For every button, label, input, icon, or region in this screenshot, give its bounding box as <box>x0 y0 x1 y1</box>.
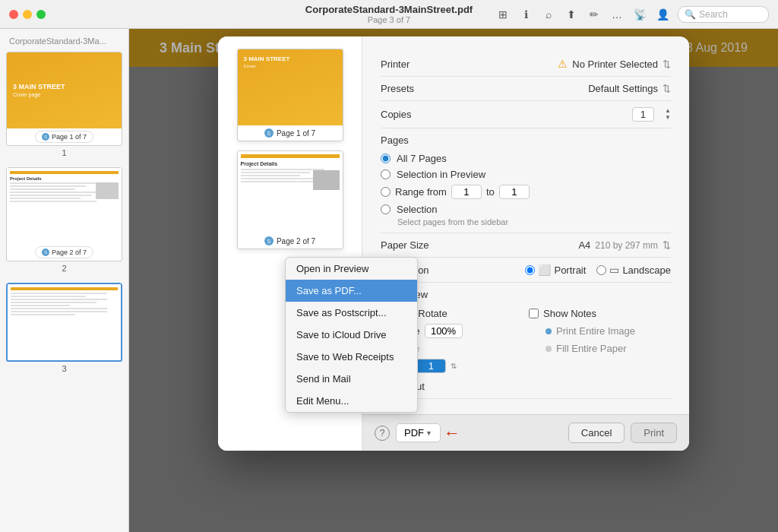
paper-size-dims: 210 by 297 mm <box>595 240 658 251</box>
pages-range-from-input[interactable] <box>451 185 482 199</box>
show-notes-label: Show Notes <box>543 308 596 319</box>
copies-sub-arrows: ⇅ <box>451 362 457 370</box>
titlebar-icons: ⊞ ℹ ⌕ ⬆ ✏ … 📡 👤 🔍 Search <box>495 6 769 23</box>
printer-value-text: No Printer Selected <box>572 59 658 70</box>
more-icon[interactable]: … <box>609 7 625 22</box>
printer-arrows-icon: ⇅ <box>663 59 671 70</box>
dialog-preview-page2: Project Details <box>237 150 343 249</box>
search-placeholder: Search <box>699 9 728 20</box>
pages-range-label: Range from <box>395 186 447 198</box>
pdf-button[interactable]: PDF ▼ <box>396 423 441 442</box>
dialog-overlay: 3 MAIN STREETCover S Page 1 of 7 <box>129 29 778 532</box>
sidebar-toggle-icon[interactable]: ⊞ <box>495 7 511 22</box>
show-notes-row: Show Notes <box>529 308 671 319</box>
pages-range-radio[interactable] <box>381 187 391 197</box>
print-button[interactable]: Print <box>631 423 677 443</box>
pages-label: Pages <box>381 135 671 146</box>
paper-size-control[interactable]: A4 210 by 297 mm ⇅ <box>578 239 671 251</box>
menu-item-save-icloud[interactable]: Save to iCloud Drive <box>286 324 417 346</box>
pages-selection-preview-radio[interactable] <box>381 169 391 179</box>
pages-range-to-label: to <box>486 186 495 198</box>
menu-item-save-postscript[interactable]: Save as Postscript... <box>286 302 417 324</box>
presets-value[interactable]: Default Settings ⇅ <box>588 83 671 94</box>
copies-value: 1 <box>632 107 654 122</box>
pages-range-to-input[interactable] <box>499 185 530 199</box>
airdrop-icon[interactable]: 📡 <box>632 7 647 22</box>
preview-grid: Auto Rotate Scale <box>381 308 671 392</box>
sidebar: CorporateStandard-3Ma... 3 MAIN STREETCo… <box>0 29 129 532</box>
show-notes-checkbox[interactable] <box>529 309 539 318</box>
orientation-landscape-radio[interactable] <box>596 265 606 275</box>
thumb-1-badge: Page 1 of 7 <box>52 133 87 141</box>
fill-entire-paper-row: Fill Entire Paper <box>546 343 671 354</box>
titlebar-center: CorporateStandard-3MainStreet.pdf Page 3… <box>305 4 473 24</box>
menu-item-edit-menu[interactable]: Edit Menu... <box>286 390 417 412</box>
orientation-controls: ⬜ Portrait ▭ Landscape <box>525 264 671 276</box>
pages-selection-preview-row: Selection in Preview <box>381 166 671 182</box>
titlebar: CorporateStandard-3MainStreet.pdf Page 3… <box>0 0 778 29</box>
dialog-footer: ? PDF ▼ ← Cancel Print <box>362 414 689 451</box>
print-entire-image-row: Print Entire Image <box>546 325 671 337</box>
preview-section: ▼ Preview Auto Rotate <box>381 283 671 399</box>
orientation-portrait-opt[interactable]: ⬜ Portrait <box>525 264 586 276</box>
pdf-label: PDF <box>404 427 424 439</box>
preview-right: Show Notes Print Entire Image <box>529 308 671 392</box>
preview-page1-badge: Page 1 of 7 <box>277 129 315 138</box>
orientation-landscape-opt[interactable]: ▭ Landscape <box>596 264 671 276</box>
menu-item-open-preview[interactable]: Open in Preview <box>286 258 417 280</box>
preview-page2-badge: Page 2 of 7 <box>277 237 315 245</box>
menu-item-send-mail[interactable]: Send in Mail <box>286 368 417 390</box>
thumb-3-number: 3 <box>6 362 122 375</box>
copies-down-arrow[interactable]: ▼ <box>665 115 671 122</box>
pages-all-label: All 7 Pages <box>397 153 447 164</box>
pages-selection-preview-label: Selection in Preview <box>397 169 485 180</box>
presets-label: Presets <box>381 83 441 94</box>
print-dialog: 3 MAIN STREETCover S Page 1 of 7 <box>218 36 689 451</box>
sidebar-thumb-2[interactable]: Project Details S Page 2 of 7 <box>6 167 122 275</box>
pages-selection-row: Selection <box>381 201 671 217</box>
person-icon[interactable]: 👤 <box>655 7 670 22</box>
print-entire-image-label: Print Entire Image <box>556 325 635 337</box>
pages-all-radio-row: All 7 Pages <box>381 150 671 166</box>
presets-arrows-icon: ⇅ <box>663 83 671 94</box>
copies-row: Copies 1 ▲ ▼ <box>381 101 671 128</box>
titlebar-page-info: Page 3 of 7 <box>305 15 473 24</box>
menu-item-save-pdf[interactable]: Save as PDF... <box>286 280 417 302</box>
orientation-row: Orientation ⬜ Portrait ▭ <box>381 258 671 283</box>
pages-section: Pages All 7 Pages Selection in Preview <box>381 128 671 233</box>
orientation-portrait-radio[interactable] <box>525 265 535 275</box>
preview-toggle[interactable]: ▼ Preview <box>381 289 671 300</box>
copies-label: Copies <box>381 109 441 120</box>
pages-selection-radio[interactable] <box>381 204 391 214</box>
pages-range-row: Range from to <box>381 182 671 201</box>
copies-sub-input[interactable] <box>416 359 446 373</box>
sidebar-label: CorporateStandard-3Ma... <box>6 36 122 46</box>
scale-input[interactable] <box>425 324 463 338</box>
maximize-button[interactable] <box>36 10 46 19</box>
sidebar-thumb-1[interactable]: 3 MAIN STREETCover page S Page 1 of 7 1 <box>6 52 122 160</box>
close-button[interactable] <box>9 10 18 19</box>
search-bar[interactable]: 🔍 Search <box>678 6 769 23</box>
menu-item-save-web[interactable]: Save to Web Receipts <box>286 346 417 368</box>
sidebar-thumb-3[interactable]: 3 <box>6 283 122 375</box>
thumb-1-number: 1 <box>6 146 122 160</box>
thumb-2-badge: Page 2 of 7 <box>52 249 87 256</box>
pages-all-radio[interactable] <box>381 154 391 163</box>
help-label: ? <box>380 428 385 439</box>
info-icon[interactable]: ℹ <box>518 7 533 22</box>
edit-icon[interactable]: ✏ <box>587 7 602 22</box>
copies-stepper[interactable]: 1 ▲ ▼ <box>632 107 671 122</box>
landscape-icon: ▭ <box>609 264 619 276</box>
paper-size-row: Paper Size A4 210 by 297 mm ⇅ <box>381 233 671 258</box>
printer-label: Printer <box>381 59 441 70</box>
share-icon[interactable]: ⬆ <box>564 7 579 22</box>
minimize-button[interactable] <box>23 10 32 19</box>
cancel-button[interactable]: Cancel <box>568 423 625 443</box>
selection-desc: Select pages from the sidebar <box>381 217 671 226</box>
main-area: CorporateStandard-3Ma... 3 MAIN STREETCo… <box>0 29 778 532</box>
paper-size-arrows: ⇅ <box>663 239 671 251</box>
pages-selection-label: Selection <box>397 204 437 215</box>
printer-value: ⚠ No Printer Selected ⇅ <box>558 58 671 70</box>
help-button[interactable]: ? <box>375 426 390 441</box>
zoom-icon[interactable]: ⌕ <box>541 7 556 22</box>
